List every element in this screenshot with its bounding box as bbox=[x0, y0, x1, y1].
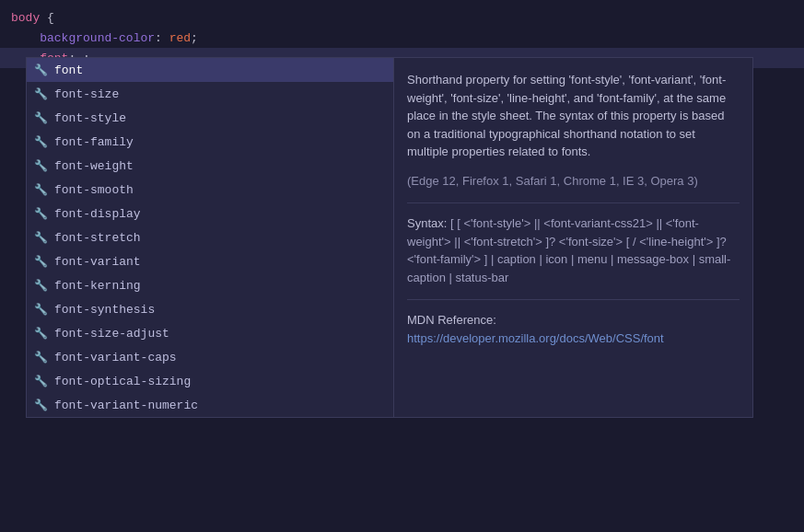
autocomplete-label-font-variant: font-variant bbox=[54, 255, 141, 269]
autocomplete-list: 🔧 font 🔧 font-size 🔧 font-style 🔧 font-f… bbox=[26, 57, 394, 418]
autocomplete-item-font-size-adjust[interactable]: 🔧 font-size-adjust bbox=[27, 321, 393, 345]
doc-mdn-link[interactable]: https://developer.mozilla.org/docs/Web/C… bbox=[407, 331, 664, 345]
code-semicolon: ; bbox=[191, 31, 198, 45]
autocomplete-label-font-size-adjust: font-size-adjust bbox=[54, 327, 169, 341]
autocomplete-item-font-synthesis[interactable]: 🔧 font-synthesis bbox=[27, 297, 393, 321]
autocomplete-item-font-kerning[interactable]: 🔧 font-kerning bbox=[27, 273, 393, 297]
code-colon: : bbox=[155, 31, 169, 45]
autocomplete-label-font-size: font-size bbox=[54, 87, 119, 101]
code-line-1: body { bbox=[0, 7, 804, 28]
autocomplete-label-font-optical-sizing: font-optical-sizing bbox=[54, 375, 191, 388]
autocomplete-label-font-style: font-style bbox=[54, 111, 126, 125]
autocomplete-item-font-style[interactable]: 🔧 font-style bbox=[27, 106, 393, 130]
documentation-panel: Shorthand property for setting 'font-sty… bbox=[394, 57, 753, 418]
autocomplete-label-font-synthesis: font-synthesis bbox=[54, 303, 155, 317]
property-icon-14: 🔧 bbox=[34, 375, 47, 388]
code-value-red: red bbox=[169, 31, 191, 45]
autocomplete-label-font-family: font-family bbox=[54, 135, 134, 149]
property-icon-9: 🔧 bbox=[34, 255, 47, 269]
autocomplete-label-font-kerning: font-kerning bbox=[54, 279, 141, 293]
property-icon-15: 🔧 bbox=[34, 399, 47, 412]
autocomplete-label-font-weight: font-weight bbox=[54, 159, 134, 173]
code-property-bg: background-color bbox=[40, 31, 155, 45]
doc-mdn-label: MDN Reference: bbox=[407, 313, 496, 327]
autocomplete-item-font-stretch[interactable]: 🔧 font-stretch bbox=[27, 226, 393, 249]
autocomplete-item-font-size[interactable]: 🔧 font-size bbox=[27, 82, 393, 106]
property-icon-4: 🔧 bbox=[34, 135, 47, 149]
autocomplete-item-font-variant[interactable]: 🔧 font-variant bbox=[27, 249, 393, 273]
autocomplete-item-font-optical-sizing[interactable]: 🔧 font-optical-sizing bbox=[27, 369, 393, 393]
editor-container: body { background-color : red ; font : ;… bbox=[0, 0, 804, 532]
property-icon-2: 🔧 bbox=[34, 87, 47, 101]
property-icon-3: 🔧 bbox=[34, 111, 47, 125]
autocomplete-item-font-variant-numeric[interactable]: 🔧 font-variant-numeric bbox=[27, 393, 393, 417]
autocomplete-item-font[interactable]: 🔧 font bbox=[27, 58, 393, 82]
doc-syntax-value: [ [ <'font-style'> || <font-variant-css2… bbox=[407, 216, 730, 284]
property-icon-11: 🔧 bbox=[34, 303, 47, 317]
autocomplete-container: 🔧 font 🔧 font-size 🔧 font-style 🔧 font-f… bbox=[26, 57, 753, 418]
property-icon-8: 🔧 bbox=[34, 231, 47, 245]
autocomplete-label-font-variant-caps: font-variant-caps bbox=[54, 351, 177, 364]
doc-divider bbox=[407, 202, 740, 203]
autocomplete-item-font-weight[interactable]: 🔧 font-weight bbox=[27, 154, 393, 178]
doc-description: Shorthand property for setting 'font-sty… bbox=[407, 71, 740, 161]
property-icon-5: 🔧 bbox=[34, 159, 47, 173]
doc-syntax-label: Syntax: bbox=[407, 216, 450, 230]
doc-mdn-reference: MDN Reference: https://developer.mozilla… bbox=[407, 311, 740, 347]
doc-syntax: Syntax: [ [ <'font-style'> || <font-vari… bbox=[407, 214, 740, 286]
property-icon-13: 🔧 bbox=[34, 351, 47, 364]
autocomplete-label-font-display: font-display bbox=[54, 207, 141, 221]
autocomplete-item-font-smooth[interactable]: 🔧 font-smooth bbox=[27, 178, 393, 202]
doc-browser-compat: (Edge 12, Firefox 1, Safari 1, Chrome 1,… bbox=[407, 172, 740, 191]
autocomplete-item-font-display[interactable]: 🔧 font-display bbox=[27, 202, 393, 226]
property-icon: 🔧 bbox=[34, 64, 47, 77]
doc-divider-2 bbox=[407, 299, 740, 300]
autocomplete-item-font-variant-caps[interactable]: 🔧 font-variant-caps bbox=[27, 345, 393, 369]
property-icon-12: 🔧 bbox=[34, 327, 47, 341]
property-icon-6: 🔧 bbox=[34, 183, 47, 197]
property-icon-7: 🔧 bbox=[34, 207, 47, 221]
code-selector: body bbox=[11, 11, 40, 25]
code-indent bbox=[11, 31, 40, 45]
property-icon-10: 🔧 bbox=[34, 279, 47, 293]
editor-bottom-area bbox=[0, 403, 804, 532]
autocomplete-item-font-family[interactable]: 🔧 font-family bbox=[27, 130, 393, 154]
autocomplete-label-font-smooth: font-smooth bbox=[54, 183, 134, 197]
code-line-2: background-color : red ; bbox=[0, 28, 804, 48]
autocomplete-label-font-variant-numeric: font-variant-numeric bbox=[54, 399, 198, 412]
code-brace: { bbox=[40, 11, 54, 25]
autocomplete-label-font-stretch: font-stretch bbox=[54, 231, 141, 245]
autocomplete-label-font: font bbox=[54, 64, 83, 77]
